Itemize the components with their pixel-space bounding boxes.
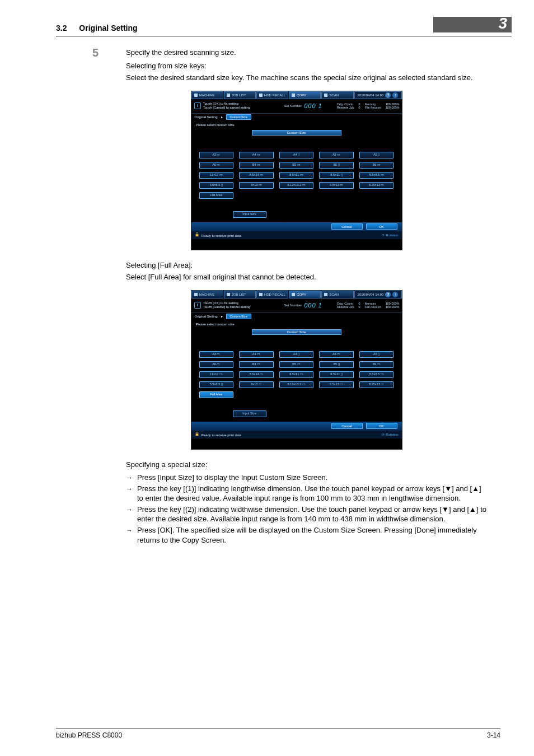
up-icon[interactable]: ↑ (392, 92, 398, 98)
datetime: 2010/04/04 14:00 (358, 93, 384, 97)
size-key[interactable]: A6 ▭ (199, 162, 234, 169)
size-key[interactable]: 8.25×13 ▭ (359, 381, 394, 388)
size-key[interactable]: B5 ▭ (279, 162, 314, 169)
size-key[interactable]: A4 ▯ (279, 152, 314, 158)
size-key[interactable]: A5 ▭ (319, 351, 354, 358)
size-key[interactable]: 8.25×13 ▭ (359, 182, 394, 189)
info-message: Touch [OK] to fix setting Touch [Cancel]… (203, 102, 251, 110)
crumb-original-setting[interactable]: Original Setting (195, 314, 218, 319)
scan-icon (324, 94, 327, 97)
svg-rect-0 (195, 234, 198, 236)
size-key[interactable]: B5 ▯ (319, 361, 354, 368)
input-size-button[interactable]: Input Size (233, 211, 266, 218)
tab-copy[interactable]: COPY (289, 291, 321, 298)
size-key[interactable]: B6 ▭ (359, 162, 394, 169)
size-key[interactable]: B4 ▭ (239, 162, 274, 169)
size-key[interactable]: 8.5×14 ▭ (239, 371, 274, 378)
size-key[interactable]: 5.5×8.5 ▯ (199, 182, 234, 189)
size-key[interactable]: A5 ▭ (319, 152, 354, 158)
panel-subtitle: Please select custom size (191, 120, 402, 129)
full-area-key[interactable]: Full Area (199, 192, 234, 199)
size-key[interactable]: A5 ▯ (359, 152, 394, 158)
size-key[interactable]: 11×17 ▭ (199, 371, 234, 378)
size-key[interactable]: 8.5×14 ▭ (239, 172, 274, 179)
bullet-item: Press the key [(1)] indicating lengthwis… (126, 484, 489, 503)
list-icon (227, 293, 230, 296)
size-key[interactable]: 8.5×11 ▯ (319, 172, 354, 179)
tab-joblist[interactable]: JOB LIST (224, 91, 256, 99)
size-key[interactable]: A4 ▭ (239, 351, 274, 358)
crumb-original-setting[interactable]: Original Setting (195, 115, 218, 119)
size-key[interactable]: B5 ▯ (319, 162, 354, 169)
tab-scan[interactable]: SCAN (321, 291, 353, 298)
size-key[interactable]: A4 ▭ (239, 152, 274, 158)
size-key[interactable]: 8.12×13.2 ▭ (279, 381, 314, 388)
size-key[interactable]: B4 ▭ (239, 361, 274, 368)
cancel-button[interactable]: Cancel (331, 223, 363, 230)
size-key[interactable]: A3 ▭ (199, 351, 234, 358)
footer-product: bizhub PRESS C8000 (56, 731, 122, 739)
segment-custom-size[interactable]: Custom Size (252, 130, 341, 136)
svg-rect-1 (195, 433, 198, 436)
chevron-right-icon: ▸ (221, 314, 223, 319)
ok-button[interactable]: OK (366, 223, 397, 230)
size-key[interactable]: A4 ▯ (279, 351, 314, 358)
size-key-area: A3 ▭ A4 ▭ A4 ▯ A5 ▭ A5 ▯ A6 ▭ B4 ▭ B5 ▭ … (191, 335, 402, 422)
tab-hdd[interactable]: HDD RECALL (256, 91, 288, 99)
size-key[interactable]: A3 ▭ (199, 152, 234, 158)
size-key[interactable]: 8.12×13.2 ▭ (279, 182, 314, 189)
touch-panel: MACHINE JOB LIST HDD RECALL COPY SCAN 20… (191, 91, 402, 250)
size-key[interactable]: 5.5×8.5 ▯ (199, 381, 234, 388)
set-number-label: Set Number (284, 104, 302, 108)
size-key[interactable]: 8.5×11 ▭ (279, 172, 314, 179)
screenshot-sizekeys: MACHINE JOB LIST HDD RECALL COPY SCAN 20… (104, 91, 489, 250)
size-key[interactable]: 8.5×11 ▯ (319, 371, 354, 378)
bullet-item: Press the key [(2)] indicating widthwise… (126, 505, 489, 524)
page-header: 3.2 Original Setting 3 (0, 0, 534, 36)
footer-rule (56, 729, 500, 729)
copy-icon (292, 94, 295, 97)
crumb-custom-size[interactable]: Custom Size (226, 314, 251, 319)
size-key[interactable]: 8.5×13 ▭ (319, 182, 354, 189)
size-key[interactable]: A6 ▭ (199, 361, 234, 368)
machine-icon (194, 94, 198, 97)
size-key[interactable]: 8×13 ▭ (239, 182, 274, 189)
size-key[interactable]: A5 ▯ (359, 351, 394, 358)
ok-button[interactable]: OK (366, 423, 397, 429)
help-icon[interactable]: ? (385, 292, 391, 297)
size-key[interactable]: 8.5×13 ▭ (319, 381, 354, 388)
size-key[interactable]: 11×17 ▭ (199, 172, 234, 179)
up-icon[interactable]: ↑ (392, 292, 398, 297)
size-key[interactable]: 8.5×11 ▭ (279, 371, 314, 378)
help-icon[interactable]: ? (385, 92, 391, 98)
chevron-right-icon: ▸ (221, 115, 223, 119)
section-number: 3.2 (56, 24, 67, 32)
tab-scan[interactable]: SCAN (321, 91, 353, 99)
tab-joblist[interactable]: JOB LIST (224, 291, 256, 298)
cancel-button[interactable]: Cancel (331, 423, 363, 429)
size-key[interactable]: B6 ▭ (359, 361, 394, 368)
size-key[interactable]: B5 ▭ (279, 361, 314, 368)
lock-icon (195, 232, 199, 237)
tab-copy[interactable]: COPY (289, 91, 321, 99)
bullet-item: Press [OK]. The specified size will be d… (126, 525, 489, 545)
tab-machine[interactable]: MACHINE (191, 291, 223, 298)
input-size-button[interactable]: Input Size (233, 410, 266, 417)
size-grid: A3 ▭ A4 ▭ A4 ▯ A5 ▭ A5 ▯ A6 ▭ B4 ▭ B5 ▭ … (199, 152, 394, 199)
segment-custom-size[interactable]: Custom Size (252, 329, 341, 335)
crumb-custom-size[interactable]: Custom Size (226, 114, 251, 120)
header-right: 3 (433, 17, 512, 32)
tab-machine[interactable]: MACHINE (191, 91, 223, 99)
set-number-label: Set Number (284, 303, 302, 307)
status-text: Ready to receive print data (195, 432, 242, 437)
full-area-key[interactable]: Full Area (199, 391, 234, 398)
breadcrumb: Original Setting ▸ Custom Size (191, 313, 402, 320)
size-key[interactable]: 8×13 ▭ (239, 381, 274, 388)
size-key[interactable]: 5.5×8.5 ▭ (359, 172, 394, 179)
info-message: Touch [OK] to fix setting Touch [Cancel]… (203, 301, 251, 309)
size-key[interactable]: 5.5×8.5 ▭ (359, 371, 394, 378)
sizekeys-body: Select the desired standard size key. Th… (126, 73, 489, 83)
hdd-icon (259, 94, 263, 97)
section-title: Original Setting (79, 24, 137, 32)
tab-hdd[interactable]: HDD RECALL (256, 291, 288, 298)
